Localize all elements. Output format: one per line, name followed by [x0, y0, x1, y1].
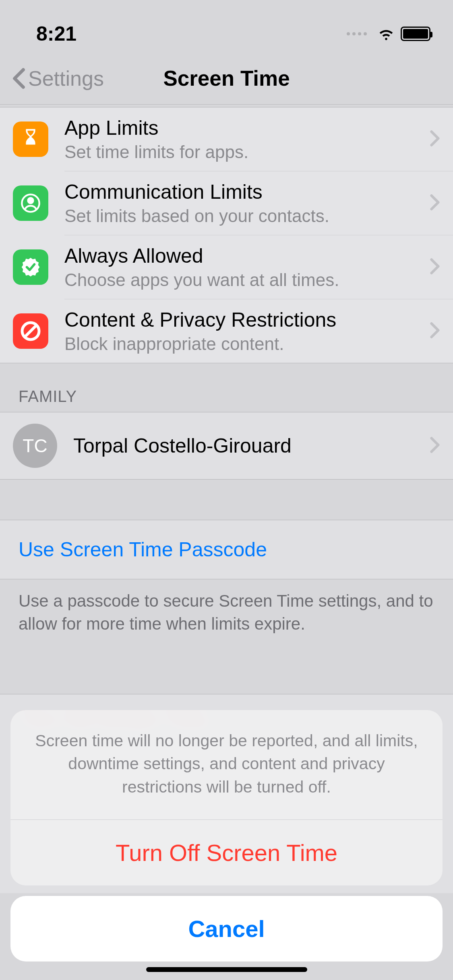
action-sheet-message: Screen time will no longer be reported, …	[10, 710, 443, 819]
battery-icon	[401, 27, 430, 41]
wifi-icon	[377, 24, 395, 43]
avatar: TC	[13, 424, 57, 468]
chevron-right-icon	[430, 130, 440, 148]
person-circle-icon	[13, 185, 48, 221]
turn-off-screen-time-button[interactable]: Turn Off Screen Time	[10, 820, 443, 885]
row-title: App Limits	[64, 116, 430, 140]
row-always-allowed[interactable]: Always Allowed Choose apps you want at a…	[0, 235, 453, 299]
chevron-right-icon	[430, 322, 440, 340]
no-sign-icon	[13, 313, 48, 349]
chevron-right-icon	[430, 436, 440, 455]
nav-title: Screen Time	[0, 66, 453, 91]
action-sheet: Screen time will no longer be reported, …	[10, 710, 443, 961]
row-family-member[interactable]: TC Torpal Costello-Girouard	[0, 412, 453, 479]
row-content-privacy[interactable]: Content & Privacy Restrictions Block ina…	[0, 299, 453, 363]
row-title: Content & Privacy Restrictions	[64, 308, 430, 331]
chevron-right-icon	[430, 194, 440, 212]
hourglass-icon	[13, 121, 48, 157]
use-passcode-button[interactable]: Use Screen Time Passcode	[0, 520, 453, 579]
chevron-right-icon	[430, 258, 440, 276]
row-app-limits[interactable]: App Limits Set time limits for apps.	[0, 107, 453, 171]
row-subtitle: Set time limits for apps.	[64, 142, 430, 162]
svg-line-3	[25, 325, 36, 337]
row-title: Communication Limits	[64, 180, 430, 204]
checkmark-badge-icon	[13, 249, 48, 285]
row-subtitle: Block inappropriate content.	[64, 334, 430, 354]
row-subtitle: Choose apps you want at all times.	[64, 270, 430, 290]
svg-point-1	[28, 198, 33, 203]
cellular-dots-icon	[347, 32, 367, 35]
nav-bar: Settings Screen Time	[0, 52, 453, 105]
cancel-button[interactable]: Cancel	[10, 896, 443, 961]
status-bar: 8:21	[0, 0, 453, 52]
status-icons	[347, 24, 430, 43]
status-time: 8:21	[36, 22, 77, 45]
passcode-footer-text: Use a passcode to secure Screen Time set…	[0, 579, 453, 646]
section-header-family: FAMILY	[0, 363, 453, 412]
row-subtitle: Set limits based on your contacts.	[64, 206, 430, 226]
home-indicator[interactable]	[146, 967, 307, 972]
row-communication-limits[interactable]: Communication Limits Set limits based on…	[0, 171, 453, 235]
row-title: Always Allowed	[64, 244, 430, 268]
family-member-name: Torpal Costello-Girouard	[73, 434, 430, 457]
